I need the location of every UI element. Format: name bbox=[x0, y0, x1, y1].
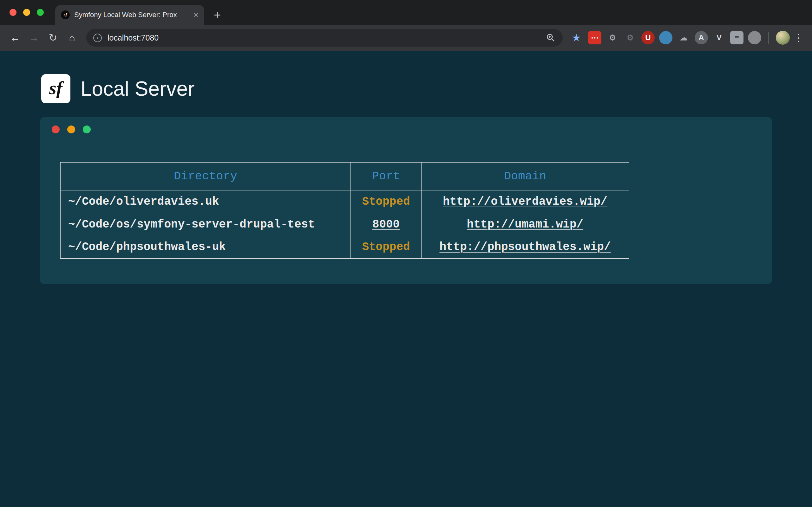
table-row: ~/Code/os/symfony-server-drupal-test8000… bbox=[60, 213, 629, 236]
table-row: ~/Code/phpsouthwales-ukStoppedhttp://php… bbox=[60, 236, 629, 259]
window-minimize-button[interactable] bbox=[23, 9, 30, 16]
tab-title: Symfony Local Web Server: Prox bbox=[74, 11, 189, 19]
browser-chrome: sf Symfony Local Web Server: Prox × + ← … bbox=[0, 0, 812, 51]
extension-cat-icon[interactable] bbox=[748, 31, 761, 44]
reload-button[interactable]: ↻ bbox=[44, 29, 61, 46]
window-zoom-button[interactable] bbox=[37, 9, 44, 16]
column-header-port: Port bbox=[351, 162, 421, 190]
column-header-directory: Directory bbox=[60, 162, 351, 190]
extension-blue-circle-icon[interactable] bbox=[659, 31, 672, 44]
extension-ublock-icon[interactable]: U bbox=[641, 31, 655, 44]
url-text[interactable]: localhost:7080 bbox=[107, 33, 540, 43]
table-header-row: Directory Port Domain bbox=[60, 162, 629, 190]
domain-link[interactable]: http://umami.wip/ bbox=[467, 218, 583, 231]
domain-link[interactable]: http://phpsouthwales.wip/ bbox=[439, 240, 611, 253]
extensions-bar: ⋯⚙⚙U☁AV≡ bbox=[588, 31, 761, 44]
domain-cell: http://phpsouthwales.wip/ bbox=[421, 236, 629, 259]
extension-cloud-icon[interactable]: ☁ bbox=[677, 31, 690, 44]
card-red-dot bbox=[52, 125, 60, 133]
zoom-icon[interactable] bbox=[546, 33, 556, 43]
profile-avatar[interactable] bbox=[776, 31, 790, 45]
extension-dark-gear-icon[interactable]: ⚙ bbox=[623, 31, 637, 44]
directory-cell: ~/Code/phpsouthwales-uk bbox=[60, 236, 351, 259]
symfony-logo: sf bbox=[41, 74, 70, 103]
extension-a-badge-icon[interactable]: A bbox=[695, 31, 708, 44]
tab-close-icon[interactable]: × bbox=[194, 10, 199, 19]
window-controls bbox=[0, 9, 44, 16]
window-close-button[interactable] bbox=[9, 9, 16, 16]
symfony-logo-text: sf bbox=[49, 77, 62, 99]
directory-cell: ~/Code/oliverdavies.uk bbox=[60, 190, 351, 213]
card-yellow-dot bbox=[67, 125, 75, 133]
site-info-icon[interactable]: i bbox=[93, 34, 102, 42]
directory-cell: ~/Code/os/symfony-server-drupal-test bbox=[60, 213, 351, 236]
server-table-body: ~/Code/oliverdavies.ukStoppedhttp://oliv… bbox=[60, 190, 629, 259]
browser-menu-icon[interactable]: ⋮ bbox=[792, 32, 806, 44]
new-tab-button[interactable]: + bbox=[211, 5, 224, 25]
extension-gear-icon[interactable]: ⚙ bbox=[606, 31, 619, 44]
page-header: sf Local Server bbox=[0, 51, 812, 103]
page-content: sf Local Server Directory Port Domain ~/… bbox=[0, 51, 812, 507]
domain-cell: http://oliverdavies.wip/ bbox=[421, 190, 629, 213]
browser-tab[interactable]: sf Symfony Local Web Server: Prox × bbox=[55, 5, 204, 25]
extension-v-icon[interactable]: V bbox=[712, 31, 726, 44]
extension-notes-icon[interactable]: ≡ bbox=[730, 31, 744, 44]
page-title: Local Server bbox=[81, 77, 194, 101]
home-button[interactable]: ⌂ bbox=[63, 29, 81, 46]
server-table: Directory Port Domain ~/Code/oliverdavie… bbox=[60, 162, 629, 259]
card-window-dots bbox=[52, 125, 91, 133]
tab-strip: sf Symfony Local Web Server: Prox × + bbox=[0, 0, 812, 25]
port-link[interactable]: 8000 bbox=[372, 218, 400, 231]
forward-button[interactable]: → bbox=[26, 29, 43, 46]
card-green-dot bbox=[83, 125, 91, 133]
bookmark-star-icon[interactable]: ★ bbox=[568, 32, 584, 44]
port-cell: Stopped bbox=[351, 190, 421, 213]
column-header-domain: Domain bbox=[421, 162, 629, 190]
extension-red-menu-icon[interactable]: ⋯ bbox=[588, 31, 601, 44]
address-bar[interactable]: i localhost:7080 bbox=[86, 29, 563, 47]
browser-toolbar: ← → ↻ ⌂ i localhost:7080 ★ ⋯⚙⚙U☁AV≡ ⋮ bbox=[0, 25, 812, 51]
port-cell: Stopped bbox=[351, 236, 421, 259]
table-row: ~/Code/oliverdavies.ukStoppedhttp://oliv… bbox=[60, 190, 629, 213]
toolbar-divider bbox=[768, 32, 769, 44]
tab-favicon-icon: sf bbox=[61, 10, 70, 19]
back-button[interactable]: ← bbox=[6, 29, 23, 46]
domain-cell: http://umami.wip/ bbox=[421, 213, 629, 236]
port-cell: 8000 bbox=[351, 213, 421, 236]
domain-link[interactable]: http://oliverdavies.wip/ bbox=[443, 195, 607, 208]
server-card: Directory Port Domain ~/Code/oliverdavie… bbox=[40, 117, 772, 284]
